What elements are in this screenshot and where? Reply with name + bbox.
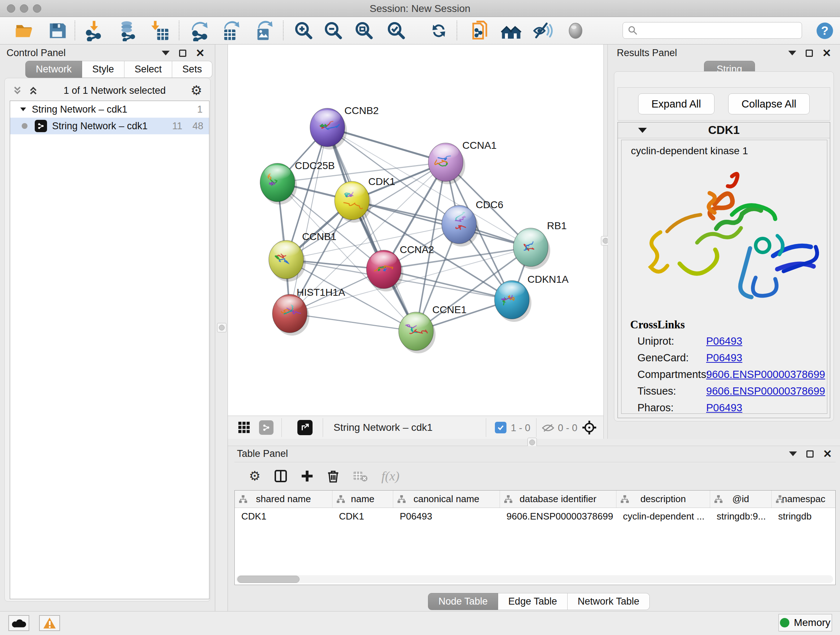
zoom-out-button[interactable] <box>322 19 345 42</box>
annotation-button[interactable] <box>469 19 492 42</box>
network-node-cdc6[interactable]: CDC6 <box>442 199 503 247</box>
network-options-gear-icon[interactable]: ⚙ <box>191 84 202 97</box>
hide-show-button[interactable] <box>532 19 555 42</box>
tab-edge-table[interactable]: Edge Table <box>498 593 568 610</box>
tab-network-table[interactable]: Network Table <box>568 593 650 610</box>
save-session-button[interactable] <box>46 19 69 42</box>
export-table-button[interactable] <box>219 19 242 42</box>
network-collection-row[interactable]: String Network – cdk1 1 <box>10 101 209 118</box>
import-network-database-button[interactable] <box>116 19 139 42</box>
tab-node-table[interactable]: Node Table <box>428 593 498 610</box>
help-button[interactable]: ? <box>813 19 836 42</box>
memory-button[interactable]: Memory <box>778 614 832 631</box>
gene-section-header[interactable]: CDK1 <box>618 122 830 138</box>
table-cell[interactable]: cyclin-dependent ... <box>616 508 710 524</box>
network-canvas[interactable]: CCNB2CCNA1CDC25BCDK1CDC6RB1CCNB1CCNA2CDK… <box>228 44 603 416</box>
network-edge[interactable] <box>352 201 531 247</box>
expand-all-chevrons-icon[interactable] <box>12 85 23 96</box>
network-node-ccnb1[interactable]: CCNB1 <box>269 231 336 282</box>
export-image-button[interactable] <box>252 19 275 42</box>
warnings-button[interactable] <box>39 615 60 631</box>
panel-menu-caret-icon[interactable] <box>788 51 796 55</box>
table-cell[interactable]: stringdb:9... <box>710 508 772 524</box>
panel-close-icon[interactable]: ✕ <box>822 50 831 57</box>
import-network-file-button[interactable] <box>82 19 106 42</box>
table-cell[interactable]: P06493 <box>393 508 500 524</box>
zoom-in-button[interactable] <box>292 19 316 42</box>
panel-menu-caret-icon[interactable] <box>789 451 797 456</box>
panel-close-icon[interactable]: ✕ <box>823 450 832 458</box>
network-node-cdk1[interactable]: CDK1 <box>335 176 395 223</box>
network-edge[interactable] <box>290 127 327 314</box>
import-table-button[interactable] <box>148 19 171 42</box>
home-button[interactable] <box>500 19 523 42</box>
export-network-button[interactable] <box>188 19 211 42</box>
table-cell[interactable]: CDK1 <box>332 508 393 524</box>
network-edge[interactable] <box>327 127 416 331</box>
network-node-cdc25b[interactable]: CDC25B <box>260 160 335 204</box>
scrollbar-thumb[interactable] <box>237 576 300 583</box>
table-row[interactable]: CDK1CDK1P064939606.ENSP00000378699cyclin… <box>235 508 835 524</box>
column-header-database-identifier[interactable]: database identifier <box>500 491 616 508</box>
table-cell[interactable]: stringdb <box>772 508 836 524</box>
section-caret-icon[interactable] <box>638 128 647 133</box>
tree-expand-caret-icon[interactable] <box>19 105 27 114</box>
splitter-collapse-handle[interactable] <box>217 323 226 333</box>
network-share-toggle[interactable] <box>259 420 273 435</box>
network-node-hist1h1a[interactable]: HIST1H1A <box>272 287 345 336</box>
columns-icon[interactable] <box>274 470 287 483</box>
network-node-cdkn1a[interactable]: CDKN1A <box>494 274 569 322</box>
horizontal-scrollbar[interactable] <box>236 575 833 583</box>
panel-menu-caret-icon[interactable] <box>162 51 170 55</box>
column-header-name[interactable]: name <box>332 491 393 508</box>
panel-float-icon[interactable] <box>806 50 813 57</box>
crosslink-row: Pharos:P06493 <box>638 399 827 416</box>
crosslink-value-link[interactable]: P06493 <box>706 352 742 364</box>
network-node-ccnb2[interactable]: CCNB2 <box>310 105 379 149</box>
hidden-eye-icon[interactable] <box>542 423 554 433</box>
crosslinks-list: Uniprot:P06493GeneCard:P06493Compartment… <box>638 333 827 416</box>
open-session-button[interactable] <box>13 19 36 42</box>
table-cell[interactable]: CDK1 <box>235 508 332 524</box>
column-header-namespac[interactable]: namespac <box>772 491 836 508</box>
tab-select[interactable]: Select <box>125 61 172 78</box>
zoom-selected-button[interactable] <box>385 19 408 42</box>
panel-float-icon[interactable] <box>806 450 813 458</box>
column-header-description[interactable]: description <box>616 491 710 508</box>
birdseye-grid-icon[interactable] <box>238 421 250 434</box>
tab-style[interactable]: Style <box>82 61 125 78</box>
table-cell[interactable]: 9606.ENSP00000378699 <box>500 508 616 524</box>
crosslink-value-link[interactable]: P06493 <box>706 402 742 414</box>
refresh-button[interactable] <box>427 19 450 42</box>
crosshair-icon[interactable] <box>582 420 597 435</box>
network-edge[interactable] <box>290 247 531 314</box>
panel-close-icon[interactable]: ✕ <box>196 50 205 57</box>
search-input[interactable] <box>638 25 794 36</box>
column-header-@id[interactable]: @id <box>710 491 772 508</box>
expand-all-button[interactable]: Expand All <box>638 93 714 114</box>
add-column-icon[interactable] <box>301 470 313 482</box>
column-header-shared-name[interactable]: shared name <box>235 491 332 508</box>
crosslink-value-link[interactable]: 9606.ENSP00000378699 <box>706 369 825 380</box>
preview-sphere-button[interactable] <box>564 19 587 42</box>
open-in-window-button[interactable] <box>297 420 313 435</box>
network-node-ccne1[interactable]: CCNE1 <box>399 304 467 353</box>
tab-network[interactable]: Network <box>25 61 82 78</box>
collapse-all-button[interactable]: Collapse All <box>728 93 810 114</box>
panel-float-icon[interactable] <box>179 50 186 57</box>
column-header-canonical-name[interactable]: canonical name <box>393 491 500 508</box>
crosslink-value-link[interactable]: P06493 <box>706 335 742 347</box>
tab-sets[interactable]: Sets <box>172 61 212 78</box>
cloud-button[interactable] <box>8 615 29 631</box>
delete-icon[interactable] <box>327 470 339 483</box>
crosslink-value-link[interactable]: 9606.ENSP00000378699 <box>706 385 825 397</box>
network-node-rb1[interactable]: RB1 <box>513 220 567 269</box>
network-graph[interactable]: CCNB2CCNA1CDC25BCDK1CDC6RB1CCNB1CCNA2CDK… <box>228 44 603 416</box>
zoom-fit-button[interactable] <box>353 19 376 42</box>
collapse-all-chevrons-icon[interactable] <box>28 85 39 96</box>
eye-slash-icon <box>533 20 554 41</box>
network-row-selected[interactable]: String Network – cdk1 11 48 <box>10 118 209 134</box>
network-node-ccna1[interactable]: CCNA1 <box>428 140 497 184</box>
selected-checkbox-icon[interactable] <box>495 422 507 433</box>
table-options-gear-icon[interactable]: ⚙ <box>249 470 261 483</box>
